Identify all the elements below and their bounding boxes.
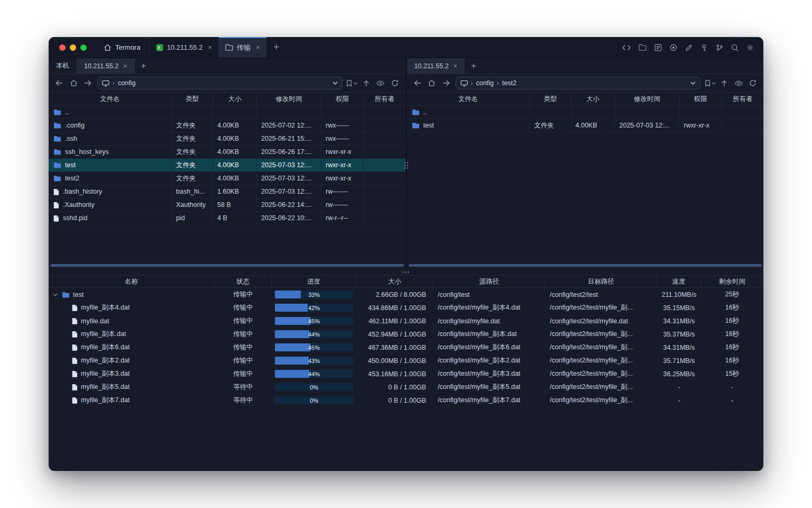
column-header-size[interactable]: 大小 bbox=[356, 276, 433, 287]
file-row-selected[interactable]: test 文件夹 4.00KB 2025-07-03 12:... rwxr-x… bbox=[49, 159, 405, 172]
column-header-speed[interactable]: 速度 bbox=[657, 276, 701, 287]
home-button[interactable] bbox=[426, 77, 438, 89]
transfer-speed: 35.71MB/s bbox=[657, 357, 701, 365]
close-icon[interactable]: × bbox=[123, 62, 127, 69]
gear-icon[interactable] bbox=[746, 44, 754, 51]
file-row[interactable]: .. bbox=[49, 106, 405, 119]
column-header-progress[interactable]: 进度 bbox=[272, 276, 356, 287]
key-icon[interactable] bbox=[700, 44, 708, 51]
file-row[interactable]: .Xauthority Xauthority 58 B 2025-06-22 1… bbox=[49, 198, 405, 212]
new-titlebar-tab-button[interactable]: + bbox=[266, 37, 287, 58]
column-header-type[interactable]: 类型 bbox=[530, 93, 571, 105]
close-icon[interactable]: × bbox=[256, 44, 260, 51]
home-button[interactable] bbox=[67, 77, 80, 89]
transfer-row[interactable]: myfile_副本4.dat 传输中 42% 434.86MB / 1.00GB… bbox=[49, 301, 763, 314]
collapse-chevron-icon[interactable] bbox=[53, 293, 59, 296]
upload-button[interactable] bbox=[360, 77, 373, 89]
chevron-down-icon[interactable] bbox=[333, 81, 338, 85]
minimize-window-button[interactable] bbox=[70, 44, 76, 51]
file-type: 文件夹 bbox=[172, 172, 213, 185]
titlebar-tab-transfer[interactable]: 传输 × bbox=[218, 37, 266, 58]
file-row[interactable]: .bash_history bash_hi... 1.60KB 2025-07-… bbox=[49, 185, 405, 198]
horizontal-scrollbar[interactable] bbox=[50, 264, 404, 267]
tab-remote-host[interactable]: 10.211.55.2 × bbox=[77, 58, 135, 74]
search-icon[interactable] bbox=[731, 44, 739, 51]
transfer-source: /config/test/myfile_副本7.dat bbox=[433, 396, 546, 405]
column-header-mtime[interactable]: 修改时间 bbox=[257, 93, 321, 105]
edit-icon[interactable] bbox=[685, 44, 693, 51]
log-icon[interactable] bbox=[654, 44, 662, 51]
new-panel-tab-button[interactable]: + bbox=[135, 58, 152, 74]
zoom-window-button[interactable] bbox=[80, 44, 87, 51]
file-row[interactable]: test2 文件夹 4.00KB 2025-07-03 12:... rwxr-… bbox=[49, 172, 405, 185]
transfer-source: /config/test/myfile_副本5.dat bbox=[433, 383, 546, 392]
column-header-owner[interactable]: 所有者 bbox=[364, 93, 405, 105]
column-header-perm[interactable]: 权限 bbox=[680, 93, 722, 105]
transfer-splitter[interactable] bbox=[49, 269, 763, 275]
titlebar-tab-host[interactable]: 10.211.55.2 × bbox=[149, 37, 218, 58]
record-icon[interactable] bbox=[670, 44, 677, 51]
forward-button[interactable] bbox=[440, 77, 453, 89]
close-icon[interactable]: × bbox=[454, 62, 458, 69]
file-row[interactable]: test 文件夹 4.00KB 2025-07-03 12:... rwxr-x… bbox=[407, 119, 764, 132]
column-header-target[interactable]: 目标路径 bbox=[546, 276, 657, 287]
transfer-eta: - bbox=[701, 384, 763, 391]
path-breadcrumb[interactable]: › config bbox=[97, 77, 343, 89]
file-row[interactable]: .. bbox=[407, 106, 764, 119]
file-row[interactable]: ssh_host_keys 文件夹 4.00KB 2025-06-26 17:.… bbox=[49, 146, 405, 159]
close-icon[interactable]: × bbox=[208, 44, 212, 51]
upload-button[interactable] bbox=[718, 77, 731, 89]
breadcrumb-segment[interactable]: config bbox=[118, 79, 135, 87]
column-header-owner[interactable]: 所有者 bbox=[722, 93, 764, 105]
splitter-grip[interactable] bbox=[402, 271, 410, 274]
path-breadcrumb[interactable]: › config › test2 bbox=[456, 77, 701, 89]
transfer-row-parent[interactable]: test 传输中 33% 2.66GB / 8.00GB /config/tes… bbox=[49, 288, 763, 301]
folder-icon[interactable] bbox=[639, 44, 647, 51]
chevron-down-icon[interactable] bbox=[690, 81, 696, 85]
transfer-row[interactable]: myfile_副本2.dat 传输中 43% 450.00MB / 1.00GB… bbox=[49, 354, 763, 367]
column-header-status[interactable]: 状态 bbox=[215, 276, 272, 287]
column-header-source[interactable]: 源路径 bbox=[433, 276, 546, 287]
transfer-row[interactable]: myfile_副本.dat 传输中 44% 452.94MB / 1.00GB … bbox=[49, 328, 763, 341]
column-header-name[interactable]: 文件名 bbox=[407, 93, 530, 105]
transfer-row[interactable]: myfile_副本6.dat 传输中 45% 467.36MB / 1.00GB… bbox=[49, 341, 763, 354]
back-button[interactable] bbox=[53, 77, 66, 89]
bookmark-button[interactable] bbox=[346, 77, 358, 89]
transfer-row[interactable]: myfile.dat 传输中 45% 462.11MB / 1.00GB /co… bbox=[49, 314, 763, 328]
file-row[interactable]: sshd.pid pid 4 B 2025-06-22 10:... rw-r-… bbox=[49, 212, 405, 225]
column-header-size[interactable]: 大小 bbox=[571, 93, 615, 105]
column-header-name[interactable]: 名称 bbox=[49, 276, 215, 287]
file-row[interactable]: .config 文件夹 4.00KB 2025-07-02 12:... rwx… bbox=[49, 119, 405, 132]
back-button[interactable] bbox=[411, 77, 424, 89]
home-icon bbox=[104, 44, 112, 51]
breadcrumb-segment[interactable]: config bbox=[476, 79, 494, 87]
file-mtime: 2025-06-22 10:... bbox=[257, 212, 321, 224]
column-header-perm[interactable]: 权限 bbox=[321, 93, 364, 105]
bookmark-button[interactable] bbox=[704, 77, 716, 89]
code-icon[interactable] bbox=[622, 44, 631, 51]
tab-remote-host[interactable]: 10.211.55.2 × bbox=[407, 58, 465, 74]
transfer-eta: - bbox=[701, 397, 763, 404]
transfer-row[interactable]: myfile_副本7.dat 等待中 0% 0 B / 1.00GB /conf… bbox=[49, 394, 763, 407]
show-hidden-button[interactable] bbox=[732, 77, 745, 89]
branch-icon[interactable] bbox=[716, 44, 723, 51]
file-type: bash_hi... bbox=[172, 185, 213, 198]
forward-button[interactable] bbox=[81, 77, 94, 89]
column-header-name[interactable]: 文件名 bbox=[49, 93, 172, 105]
refresh-button[interactable] bbox=[746, 77, 759, 89]
tab-local[interactable]: 本机 bbox=[49, 58, 77, 74]
close-window-button[interactable] bbox=[59, 44, 66, 51]
column-header-eta[interactable]: 剩余时间 bbox=[701, 276, 763, 287]
file-row[interactable]: .ssh 文件夹 4.00KB 2025-06-21 15:... rwx---… bbox=[49, 132, 405, 146]
new-panel-tab-button[interactable]: + bbox=[465, 58, 482, 74]
refresh-button[interactable] bbox=[389, 77, 401, 89]
column-header-type[interactable]: 类型 bbox=[172, 93, 213, 105]
app-tab-termora[interactable]: Termora bbox=[95, 37, 149, 58]
breadcrumb-segment[interactable]: test2 bbox=[502, 79, 516, 87]
column-header-size[interactable]: 大小 bbox=[213, 93, 257, 105]
show-hidden-button[interactable] bbox=[374, 77, 387, 89]
transfer-row[interactable]: myfile_副本5.dat 等待中 0% 0 B / 1.00GB /conf… bbox=[49, 380, 763, 394]
transfer-row[interactable]: myfile_副本3.dat 传输中 44% 453.16MB / 1.00GB… bbox=[49, 367, 763, 380]
horizontal-scrollbar[interactable] bbox=[409, 264, 762, 267]
column-header-mtime[interactable]: 修改时间 bbox=[615, 93, 680, 105]
